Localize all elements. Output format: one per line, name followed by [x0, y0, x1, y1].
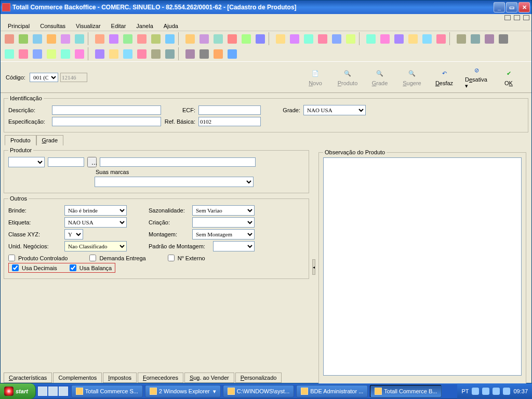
quick-launch-icon[interactable] — [48, 387, 58, 396]
brinde-select[interactable]: Não é brinde — [64, 205, 127, 216]
toolbar-button[interactable] — [211, 47, 224, 60]
codigo-combo[interactable]: 001 (C) — [30, 73, 58, 82]
toolbar-button[interactable] — [183, 32, 196, 45]
toolbar-button[interactable] — [211, 32, 224, 45]
tab-grade[interactable]: Grade — [36, 135, 64, 145]
ok-button[interactable]: ✔ OK — [497, 69, 520, 86]
toolbar-button[interactable] — [240, 32, 252, 45]
toolbar-button[interactable] — [378, 32, 391, 45]
toolbar-button[interactable] — [93, 47, 106, 60]
ecf-input[interactable] — [198, 105, 261, 115]
toolbar-button[interactable] — [420, 32, 433, 45]
toolbar-button[interactable] — [254, 32, 267, 45]
toolbar-button[interactable] — [45, 32, 58, 45]
toolbar-button[interactable] — [135, 32, 148, 45]
suas-marcas-select[interactable] — [95, 177, 254, 187]
usa-decimais-check[interactable]: Usa Decimais — [12, 264, 57, 271]
toolbar-button[interactable] — [406, 32, 419, 45]
toolbar-button[interactable] — [302, 32, 315, 45]
menu-principal[interactable]: Principal — [3, 21, 35, 31]
toolbar-button[interactable] — [163, 32, 176, 45]
toolbar-button[interactable] — [135, 47, 148, 60]
toolbar-button[interactable] — [197, 32, 210, 45]
demanda-entrega-check[interactable]: Demanda Entrega — [89, 255, 145, 261]
toolbar-button[interactable] — [149, 47, 162, 60]
toolbar-button[interactable] — [149, 32, 162, 45]
classe-select[interactable]: Y — [64, 229, 83, 240]
quick-launch-icon[interactable] — [38, 387, 47, 396]
unid-select[interactable]: Nao Classificado — [64, 241, 127, 251]
start-button[interactable]: start — [0, 383, 36, 399]
toolbar-button[interactable] — [455, 32, 468, 45]
toolbar-button[interactable] — [17, 32, 30, 45]
sugere-button[interactable]: 🔍 Sugere — [401, 69, 423, 86]
descricao-input[interactable] — [52, 105, 161, 115]
tab-personalizado[interactable]: Personalizado — [235, 373, 282, 383]
especificacao-input[interactable] — [52, 117, 161, 126]
taskbar-task[interactable]: 2 Windows Explorer▾ — [145, 385, 221, 397]
toolbar-button[interactable] — [225, 47, 238, 60]
quick-launch-icon[interactable] — [59, 387, 68, 396]
sazonalidade-select[interactable]: Sem Variao — [192, 205, 255, 216]
toolbar-button[interactable] — [17, 47, 30, 60]
produtor-type-select[interactable] — [8, 157, 45, 167]
maximize-button[interactable]: ▭ — [506, 2, 517, 12]
produto-button[interactable]: 🔍 Produto — [336, 69, 359, 86]
observacao-textarea[interactable] — [323, 157, 522, 376]
tray-icon[interactable] — [482, 388, 489, 395]
mdi-restore-icon[interactable] — [514, 15, 520, 20]
menu-ajuda[interactable]: Ajuda — [158, 21, 183, 31]
toolbar-button[interactable] — [73, 32, 86, 45]
menu-janela[interactable]: Janela — [131, 21, 158, 31]
toolbar-button[interactable] — [288, 32, 301, 45]
desfaz-button[interactable]: ↶ Desfaz — [433, 69, 456, 86]
novo-button[interactable]: 📄 NNovoovo — [304, 69, 327, 86]
produtor-name-input[interactable] — [100, 157, 256, 167]
tab-impostos[interactable]: Impostos — [103, 373, 137, 383]
taskbar-task[interactable]: Totall Commerce S... — [71, 385, 143, 397]
grade-button[interactable]: 🔍 Grade — [368, 69, 391, 86]
toolbar-button[interactable] — [225, 32, 238, 45]
toolbar-button[interactable] — [59, 32, 72, 45]
toolbar-button[interactable] — [121, 47, 134, 60]
taskbar-task[interactable]: BDE Administrator ... — [296, 385, 368, 397]
toolbar-button[interactable] — [197, 47, 210, 60]
toolbar-button[interactable] — [483, 32, 496, 45]
toolbar-button[interactable] — [31, 47, 44, 60]
toolbar-button[interactable] — [330, 32, 343, 45]
tray-icon[interactable] — [472, 388, 479, 395]
language-indicator[interactable]: PT — [461, 388, 469, 394]
padrao-select[interactable] — [213, 241, 255, 251]
no-externo-check[interactable]: Nº Externo — [168, 255, 205, 261]
toolbar-button[interactable] — [469, 32, 482, 45]
toolbar-button[interactable] — [121, 32, 134, 45]
toolbar-button[interactable] — [497, 32, 510, 45]
clock[interactable]: 09:37 — [513, 388, 528, 394]
montagem-select[interactable]: Sem Montagem — [192, 229, 255, 240]
minimize-button[interactable]: _ — [494, 2, 505, 12]
taskbar-task[interactable]: Totall Commerce B... — [370, 385, 442, 397]
toolbar-button[interactable] — [344, 32, 357, 45]
toolbar-button[interactable] — [3, 47, 16, 60]
menu-editar[interactable]: Editar — [106, 21, 131, 31]
tab-produto[interactable]: Produto — [5, 135, 36, 145]
toolbar-button[interactable] — [434, 32, 447, 45]
toolbar-button[interactable] — [274, 32, 287, 45]
tab-complementos[interactable]: Complementos — [53, 373, 102, 383]
toolbar-button[interactable] — [31, 32, 44, 45]
tray-icon[interactable] — [493, 388, 500, 395]
toolbar-button[interactable] — [59, 47, 72, 60]
toolbar-button[interactable] — [316, 32, 329, 45]
menu-visualizar[interactable]: Visualizar — [71, 21, 106, 31]
toolbar-button[interactable] — [45, 47, 58, 60]
usa-balanca-check[interactable]: Usa Balança — [70, 264, 112, 271]
produto-controlado-check[interactable]: Produto Controlado — [8, 255, 68, 261]
toolbar-button[interactable] — [93, 32, 106, 45]
toolbar-button[interactable] — [107, 47, 120, 60]
toolbar-button[interactable] — [107, 32, 120, 45]
tray-icon[interactable] — [503, 388, 510, 395]
etiqueta-select[interactable]: NAO USA — [64, 217, 127, 228]
taskbar-task[interactable]: C:\WINDOWS\syst... — [223, 385, 294, 397]
tab-sug-vender[interactable]: Sug. ao Vender — [184, 373, 234, 383]
toolbar-button[interactable] — [183, 47, 196, 60]
